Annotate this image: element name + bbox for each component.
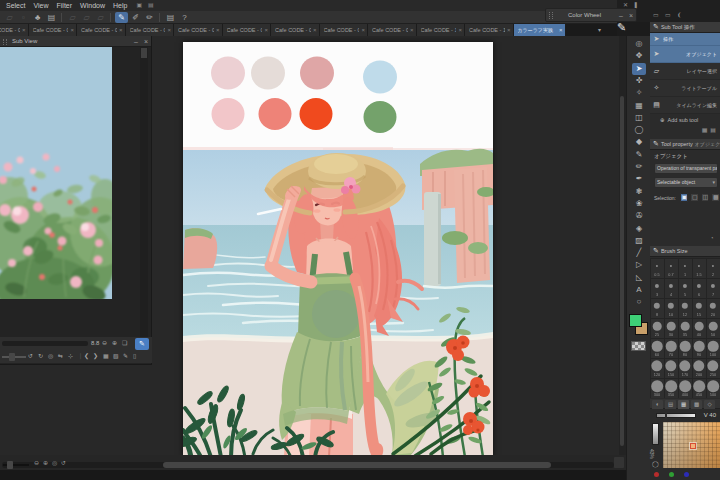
zoom-tool-icon[interactable]: ◎ (632, 38, 646, 50)
cut-icon[interactable]: ▱ (66, 12, 79, 23)
figure-tool-icon[interactable]: ▷ (632, 259, 646, 271)
tab-close-icon[interactable]: × (68, 27, 74, 33)
document-tab[interactable]: Cafe CODE - 03× (77, 24, 126, 36)
selection-toggle-4[interactable]: ▩ (711, 193, 720, 202)
value-slider[interactable] (656, 413, 696, 418)
close-icon[interactable]: × (141, 38, 151, 45)
prev-image-icon[interactable]: ❮ (84, 352, 89, 361)
green-dot[interactable] (669, 472, 674, 477)
sub-tool-item[interactable]: ▤タイムライン編集 (650, 97, 720, 114)
brush-size-cell[interactable]: 40 (692, 318, 706, 338)
tool-property-header[interactable]: ✎ Tool property オブジェクト (650, 139, 720, 150)
sub-tool-panel-header[interactable]: ✎ Sub Tool 操作 (650, 22, 720, 33)
menu-filter[interactable]: Filter (55, 0, 79, 11)
window-mode-icon[interactable]: ▣ (133, 0, 145, 11)
ruler-tool-icon[interactable]: ◺ (632, 272, 646, 284)
scrollbar-corner[interactable] (614, 457, 624, 468)
color-wheel-tab-icon[interactable]: ◐ (652, 400, 663, 409)
tab-close-icon[interactable]: × (165, 27, 171, 33)
canvas-vertical-scrollbar[interactable] (619, 36, 626, 455)
brush-size-cell[interactable]: 3 (650, 278, 664, 298)
selection-toggle-1[interactable]: ▣ (680, 193, 689, 202)
brush-size-cell[interactable]: 6 (692, 278, 706, 298)
transparent-part-dropdown[interactable]: Operation of transparent part (654, 163, 718, 174)
sub-view-zoom-knob[interactable] (9, 353, 15, 361)
sub-tool-item[interactable]: ▱レイヤー選択 (650, 63, 720, 80)
color-set-tab-icon[interactable]: ▦ (678, 400, 689, 409)
marquee-tool-icon[interactable]: ▦ (632, 100, 646, 112)
tab-close-icon[interactable]: × (359, 27, 365, 33)
brush-size-header[interactable]: ✎ Brush Size (650, 246, 720, 257)
document-tab[interactable]: Cafe CODE - 04× (126, 24, 175, 36)
page-icon[interactable]: ▤ (710, 126, 716, 137)
color-wheel-titlebar[interactable]: Color Wheel – × (545, 8, 637, 22)
new-doc-icon[interactable]: ▱ (3, 12, 16, 23)
selectable-object-dropdown[interactable]: Selectable object▾ (654, 177, 718, 188)
tab-close-icon[interactable]: × (262, 27, 268, 33)
sub-view-hscrollbar[interactable] (2, 341, 88, 346)
brush-size-cell[interactable]: 150 (664, 358, 678, 378)
brush-size-cell[interactable]: 1 (678, 258, 692, 278)
decoration-tool-icon[interactable]: ❀ (632, 198, 646, 210)
add-sub-tool-button[interactable]: ⊕ Add sub tool (650, 114, 720, 126)
sub-view-titlebar[interactable]: Sub View – × (0, 36, 151, 47)
pencil-tool-icon[interactable]: ✏ (632, 161, 646, 173)
brush-size-cell[interactable]: 80 (678, 338, 692, 358)
red-dot[interactable] (654, 472, 659, 477)
document-tab[interactable]: Cafe CODE - 01× (0, 24, 29, 36)
brush-size-cell[interactable]: 60 (650, 338, 664, 358)
brush-size-cell[interactable]: 300 (650, 378, 664, 398)
document-tab[interactable]: Cafe CODE - 09× (368, 24, 417, 36)
brush-size-cell[interactable]: 30 (664, 318, 678, 338)
tab-close-icon[interactable]: × (311, 27, 317, 33)
move-tool-icon[interactable]: ✜ (632, 75, 646, 87)
tab-close-icon[interactable]: × (505, 27, 511, 33)
brush-size-cell[interactable]: 170 (678, 358, 692, 378)
brush-size-cell[interactable]: 8 (650, 298, 664, 318)
brush-size-cell[interactable]: 4 (664, 278, 678, 298)
side-slider[interactable] (652, 423, 659, 445)
tab-close-icon[interactable]: × (456, 27, 462, 33)
zoom-in-icon[interactable]: ⊕ (43, 459, 48, 466)
menu-window[interactable]: Window (78, 0, 111, 11)
sub-tool-item[interactable]: ➤オブジェクト (650, 46, 720, 63)
brush-size-cell[interactable]: 70 (664, 338, 678, 358)
wand-tool-icon[interactable]: ✧ (632, 87, 646, 99)
fill-tool-icon[interactable]: ◈ (632, 223, 646, 235)
register-image-icon[interactable]: ❏ (122, 339, 127, 348)
flip-horizontal-icon[interactable]: ⇆ (58, 352, 63, 361)
fit-view-icon[interactable]: ⊹ (68, 352, 73, 361)
rotate-reset-icon[interactable]: ↺ (61, 459, 66, 466)
selection-toggle-2[interactable]: ▢ (690, 193, 699, 202)
intermediate-tab-icon[interactable]: ▩ (691, 400, 702, 409)
brush-size-cell[interactable]: 400 (678, 378, 692, 398)
sub-tool-item[interactable]: ✧ライトテーブル (650, 80, 720, 97)
eraser-tool-icon[interactable]: ◆ (632, 136, 646, 148)
lasso-tool-icon[interactable]: ◯ (632, 124, 646, 136)
brush-size-cell[interactable]: 12 (678, 298, 692, 318)
rotate-ccw-icon[interactable]: ↺ (28, 352, 33, 361)
brush-size-cell[interactable]: 0.7 (664, 258, 678, 278)
tab-close-icon[interactable]: × (408, 27, 414, 33)
zoom-out-icon[interactable]: ⊖ (34, 459, 39, 466)
sub-view-image[interactable] (0, 47, 112, 299)
sub-view-scrollbar[interactable] (140, 47, 148, 337)
hand-tool-icon[interactable]: ✥ (632, 50, 646, 62)
brush-size-cell[interactable]: 15 (692, 298, 706, 318)
copy-icon[interactable]: ▱ (80, 12, 93, 23)
reset-view-icon[interactable]: ◎ (48, 352, 53, 361)
transparent-color-swatch[interactable] (631, 341, 646, 351)
menu-view[interactable]: View (31, 0, 54, 11)
brush-size-cell[interactable]: 200 (692, 358, 706, 378)
brush-tool-icon[interactable]: ✒ (632, 173, 646, 185)
edit-icon[interactable]: ✎ (123, 352, 128, 361)
document-tab-active[interactable]: カラーラフ実践× (514, 24, 566, 36)
text-tool-icon[interactable]: A (632, 284, 646, 296)
pen-b-icon[interactable]: ✏ (143, 12, 156, 23)
brush-size-cell[interactable]: 10 (664, 298, 678, 318)
document-tab[interactable]: Cafe CODE - 11× (465, 24, 514, 36)
circle-icon[interactable]: ◯ (652, 460, 659, 467)
tab-close-icon[interactable]: × (117, 27, 123, 33)
canvas-zoom-knob[interactable] (7, 461, 13, 469)
blue-dot[interactable] (684, 472, 689, 477)
